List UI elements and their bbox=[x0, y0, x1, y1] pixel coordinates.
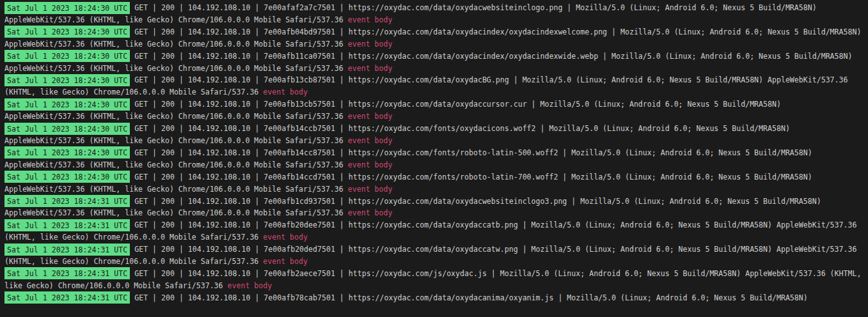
event-body-label: event body bbox=[348, 112, 393, 121]
event-body-label: event body bbox=[348, 15, 393, 24]
timestamp-badge: Sat Jul 1 2023 18:24:31 UTC bbox=[4, 267, 130, 279]
timestamp-badge: Sat Jul 1 2023 18:24:31 UTC bbox=[4, 195, 130, 207]
log-entry: Sat Jul 1 2023 18:24:30 UTC GET | 200 | … bbox=[4, 26, 864, 50]
timestamp-badge: Sat Jul 1 2023 18:24:30 UTC bbox=[4, 123, 130, 135]
event-body-label: event body bbox=[348, 136, 393, 145]
timestamp-badge: Sat Jul 1 2023 18:24:30 UTC bbox=[4, 98, 130, 111]
log-entry: Sat Jul 1 2023 18:24:31 UTC GET | 200 | … bbox=[4, 196, 864, 220]
event-body-label: event body bbox=[348, 64, 393, 73]
event-body-label: event body bbox=[263, 88, 308, 97]
log-entry-text: GET | 200 | 104.192.108.10 | 7e00afb04bd… bbox=[4, 27, 865, 49]
log-entry: Sat Jul 1 2023 18:24:30 UTC GET | 200 | … bbox=[4, 2, 864, 26]
log-entry-text: GET | 200 | 104.192.108.10 | 7e00afb13cb… bbox=[4, 75, 852, 97]
log-entry: Sat Jul 1 2023 18:24:30 UTC GET | 200 | … bbox=[4, 147, 864, 171]
event-body-label: event body bbox=[348, 160, 393, 169]
event-body-label: event body bbox=[348, 40, 393, 49]
log-entry: Sat Jul 1 2023 18:24:30 UTC GET | 200 | … bbox=[4, 98, 864, 123]
event-body-label: event body bbox=[228, 281, 272, 290]
timestamp-badge: Sat Jul 1 2023 18:24:30 UTC bbox=[4, 26, 130, 38]
log-entry-text: GET | 200 | 104.192.108.10 | 7e00afb78ca… bbox=[130, 293, 808, 302]
timestamp-badge: Sat Jul 1 2023 18:24:30 UTC bbox=[4, 74, 130, 86]
log-entry: Sat Jul 1 2023 18:24:30 UTC GET | 200 | … bbox=[4, 50, 864, 75]
event-body-label: event body bbox=[348, 185, 393, 194]
event-body-label: event body bbox=[348, 208, 393, 217]
log-entry: Sat Jul 1 2023 18:24:30 UTC GET | 200 | … bbox=[4, 74, 864, 98]
log-entry: Sat Jul 1 2023 18:24:31 UTC GET | 200 | … bbox=[4, 244, 864, 268]
log-entry-text: GET | 200 | 104.192.108.10 | 7e00afb20de… bbox=[4, 245, 861, 266]
log-entry: Sat Jul 1 2023 18:24:31 UTC GET | 200 | … bbox=[4, 219, 864, 244]
log-view[interactable]: Sat Jul 1 2023 18:24:30 UTC GET | 200 | … bbox=[0, 0, 868, 317]
log-entry: Sat Jul 1 2023 18:24:30 UTC GET | 200 | … bbox=[4, 123, 864, 147]
event-body-label: event body bbox=[263, 257, 308, 266]
log-entry: Sat Jul 1 2023 18:24:30 UTC GET | 200 | … bbox=[4, 171, 864, 196]
log-entry-text: GET | 200 | 104.192.108.10 | 7e00afb20de… bbox=[4, 220, 861, 242]
timestamp-badge: Sat Jul 1 2023 18:24:31 UTC bbox=[4, 219, 130, 231]
log-entry-text: GET | 200 | 104.192.108.10 | 7e00afb11ca… bbox=[4, 52, 856, 73]
timestamp-badge: Sat Jul 1 2023 18:24:31 UTC bbox=[4, 244, 130, 256]
timestamp-badge: Sat Jul 1 2023 18:24:30 UTC bbox=[4, 171, 130, 183]
timestamp-badge: Sat Jul 1 2023 18:24:30 UTC bbox=[4, 2, 130, 14]
timestamp-badge: Sat Jul 1 2023 18:24:31 UTC bbox=[4, 291, 130, 304]
log-entry: Sat Jul 1 2023 18:24:31 UTC GET | 200 | … bbox=[4, 268, 864, 292]
event-body-label: event body bbox=[263, 233, 308, 242]
log-entry: Sat Jul 1 2023 18:24:31 UTC GET | 200 | … bbox=[4, 292, 864, 304]
log-entry-text: GET | 200 | 104.192.108.10 | 7e00afb2aec… bbox=[4, 269, 865, 290]
timestamp-badge: Sat Jul 1 2023 18:24:30 UTC bbox=[4, 146, 130, 158]
timestamp-badge: Sat Jul 1 2023 18:24:30 UTC bbox=[4, 50, 130, 62]
